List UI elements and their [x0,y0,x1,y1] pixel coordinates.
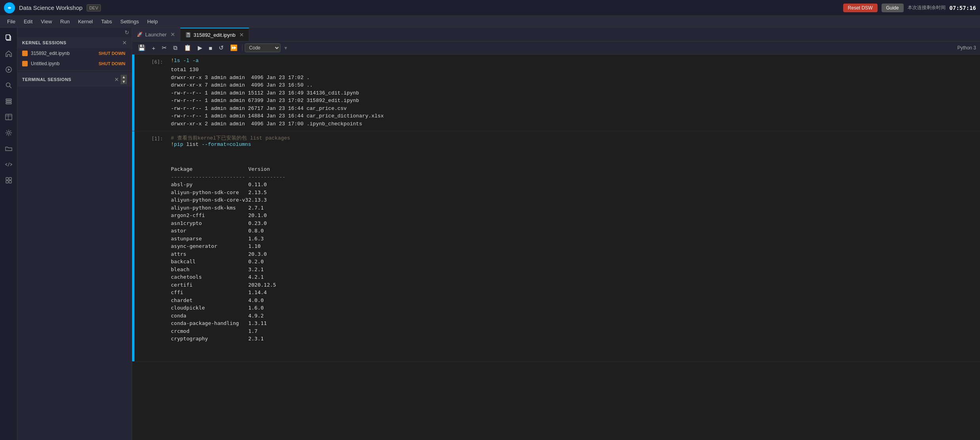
session-icon-315892 [22,51,28,56]
kernel-sessions-title: KERNEL SESSIONS [22,40,66,45]
main-content: 🚀 Launcher ✕ 📓 315892_edit.ipynb ✕ 💾 + ✂… [132,28,980,440]
activity-bar [0,28,17,440]
activity-data-icon[interactable] [2,94,16,108]
pip-row-15: cffi1.14.4 [171,289,286,296]
pip-row-17: cloudpickle1.6.0 [171,304,286,312]
menu-help[interactable]: Help [144,17,161,26]
interrupt-btn[interactable]: ■ [207,43,214,53]
reset-dsw-button[interactable]: Reset DSW [843,4,878,12]
cell-1-body[interactable]: !ls -l -a total 130 drwxr-xr-x 3 admin a… [166,55,980,131]
pip-row-19: conda-package-handling1.3.11 [171,319,286,327]
cmd-pip-bang: ! [171,142,174,147]
app-logo [4,2,15,13]
shutdown-btn-untitled[interactable]: SHUT DOWN [97,60,127,67]
pip-row-12: bleach3.2.1 [171,266,286,274]
cell-2-comment: # 查看当前kernel下已安装的包 list packages [171,135,290,141]
pip-table-header: Package Version [171,165,286,173]
cell-type-select[interactable]: Code Markdown Raw [245,43,280,52]
svg-rect-7 [6,101,11,102]
scroll-up-btn[interactable]: ▲ [121,75,127,79]
activity-settings-icon[interactable] [2,126,16,140]
svg-rect-18 [23,51,27,55]
add-cell-btn[interactable]: + [150,43,157,53]
kernel-sessions-close[interactable]: ✕ [122,40,127,46]
toolbar: 💾 + ✂ ⧉ 📋 ▶ ■ ↺ ⏩ Code Markdown Raw ▾ Py… [132,42,980,55]
notebook-tab-icon: 📓 [185,32,191,38]
pip-row-18: conda4.9.2 [171,312,286,320]
paste-btn[interactable]: 📋 [182,43,193,53]
pip-row-20: crcmod1.7 [171,327,286,335]
pip-row-13: cachetools4.2.1 [171,273,286,281]
menu-file[interactable]: File [4,17,19,26]
pip-row-14: certifi2020.12.5 [171,281,286,289]
save-btn[interactable]: 💾 [136,43,148,53]
activity-extensions-icon[interactable] [2,173,16,187]
terminal-sessions-header: TERMINAL SESSIONS ✕ ▲ ▼ [17,72,132,87]
svg-point-4 [6,83,10,87]
tab-notebook[interactable]: 📓 315892_edit.ipynb ✕ [180,28,249,41]
menu-settings[interactable]: Settings [117,17,142,26]
svg-rect-8 [6,103,11,104]
topbar: Data Science Workshop DEV Reset DSW Guid… [0,0,980,16]
menu-view[interactable]: View [38,17,55,26]
notebook-tab-close[interactable]: ✕ [239,32,244,38]
restart-btn[interactable]: ↺ [217,43,226,53]
session-item-315892[interactable]: 315892_edit.ipynb SHUT DOWN [17,48,132,59]
pip-row-8: astunparse1.6.3 [171,235,286,243]
sidebar-refresh-area: ↻ [17,28,132,37]
cell-1-output: total 130 drwxr-xr-x 3 admin admin 4096 … [171,66,975,128]
pip-row-5: argon2-cffi20.1.0 [171,212,286,219]
tab-launcher[interactable]: 🚀 Launcher ✕ [132,28,180,41]
svg-rect-9 [6,114,12,120]
pip-row-11: backcall0.2.0 [171,258,286,266]
activity-run-icon[interactable] [2,62,16,77]
activity-files-icon[interactable] [2,31,16,45]
activity-folder-icon[interactable] [2,142,16,156]
menu-run[interactable]: Run [57,17,73,26]
kernel-sessions-header: KERNEL SESSIONS ✕ [17,37,132,48]
menu-kernel[interactable]: Kernel [75,17,96,26]
svg-rect-14 [6,178,8,180]
launcher-tab-close[interactable]: ✕ [170,31,175,38]
cut-btn[interactable]: ✂ [160,43,169,53]
run-btn[interactable]: ▶ [196,43,204,53]
activity-code-icon[interactable] [2,157,16,172]
shutdown-btn-315892[interactable]: SHUT DOWN [97,50,127,57]
pip-table-separator: ------------------------ ------------ [171,173,286,181]
notebook-tab-label: 315892_edit.ipynb [193,32,235,38]
cmd-format: --format=columns [202,142,251,147]
cell-1-input[interactable]: !ls -l -a [171,58,975,64]
cell-type-arrow: ▾ [283,45,287,51]
menu-edit[interactable]: Edit [21,17,36,26]
activity-home-icon[interactable] [2,47,16,61]
app-badge: DEV [87,4,101,11]
pip-table: Package Version ------------------------… [171,165,286,343]
cmd-a: -a [193,58,199,64]
sidebar: ↻ KERNEL SESSIONS ✕ 315892_edit.ipynb SH… [17,28,132,440]
activity-table-icon[interactable] [2,110,16,124]
terminal-sessions-close[interactable]: ✕ [114,76,119,83]
fast-forward-btn[interactable]: ⏩ [228,43,240,53]
svg-line-5 [9,87,11,89]
sidebar-divider [17,70,132,71]
cell-1: [6]: !ls -l -a total 130 drwxr-xr-x 3 ad… [132,55,980,131]
menu-tabs[interactable]: Tabs [98,17,115,26]
cell-2-input[interactable]: # 查看当前kernel下已安装的包 list packages !pip li… [171,134,975,147]
toolbar-separator [242,45,242,51]
main-layout: ↻ KERNEL SESSIONS ✕ 315892_edit.ipynb SH… [0,28,980,440]
session-item-untitled[interactable]: Untitled.ipynb SHUT DOWN [17,59,132,69]
svg-rect-16 [6,181,8,183]
pip-row-6: asn1crypto0.23.0 [171,219,286,227]
cell-1-prompt: [6]: [134,55,166,131]
app-title: Data Science Workshop [19,4,83,11]
copy-btn[interactable]: ⧉ [171,43,180,53]
cell-2-body[interactable]: # 查看当前kernel下已安装的包 list packages !pip li… [166,131,980,361]
notebook-content[interactable]: [6]: !ls -l -a total 130 drwxr-xr-x 3 ad… [132,55,980,440]
guide-button[interactable]: Guide [882,4,904,12]
scroll-down-btn[interactable]: ▼ [121,79,127,84]
activity-search-icon[interactable] [2,78,16,93]
refresh-icon[interactable]: ↻ [125,29,129,36]
pip-row-10: attrs20.3.0 [171,250,286,258]
svg-rect-6 [6,99,11,100]
scroll-controls: ▲ ▼ [121,75,127,84]
